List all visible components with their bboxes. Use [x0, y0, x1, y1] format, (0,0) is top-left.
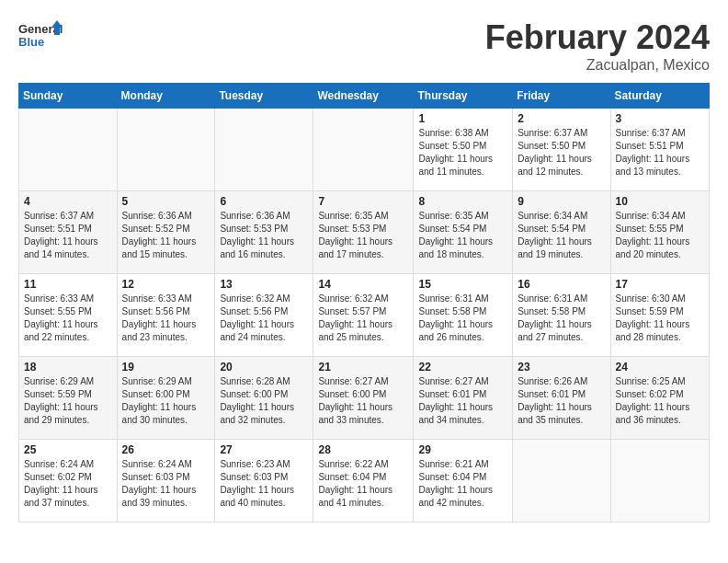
weekday-header-tuesday: Tuesday [215, 84, 313, 109]
table-cell: 19Sunrise: 6:29 AMSunset: 6:00 PMDayligh… [117, 357, 215, 440]
daylight-hours: Daylight: 11 hours and 37 minutes. [24, 485, 98, 508]
calendar-title: February 2024 [485, 18, 710, 57]
week-row-2: 4Sunrise: 6:37 AMSunset: 5:51 PMDaylight… [19, 191, 710, 274]
day-number: 13 [220, 278, 308, 291]
table-cell: 28Sunrise: 6:22 AMSunset: 6:04 PMDayligh… [313, 440, 414, 523]
daylight-hours: Daylight: 11 hours and 40 minutes. [220, 485, 294, 508]
daylight-hours: Daylight: 11 hours and 25 minutes. [318, 319, 392, 342]
weekday-header-thursday: Thursday [414, 84, 513, 109]
day-number: 18 [24, 361, 112, 373]
daylight-hours: Daylight: 11 hours and 35 minutes. [518, 402, 592, 425]
daylight-hours: Daylight: 11 hours and 42 minutes. [418, 485, 493, 508]
week-row-4: 18Sunrise: 6:29 AMSunset: 5:59 PMDayligh… [19, 357, 710, 440]
day-info: Sunrise: 6:24 AMSunset: 6:03 PMDaylight:… [122, 458, 210, 510]
daylight-hours: Daylight: 11 hours and 19 minutes. [518, 236, 592, 259]
calendar-subtitle: Zacualpan, Mexico [485, 57, 710, 74]
day-number: 16 [518, 278, 605, 291]
day-number: 9 [518, 195, 605, 208]
day-number: 21 [318, 361, 408, 373]
table-cell: 9Sunrise: 6:34 AMSunset: 5:54 PMDaylight… [513, 191, 610, 274]
day-number: 8 [418, 195, 507, 208]
table-cell: 21Sunrise: 6:27 AMSunset: 6:00 PMDayligh… [313, 357, 414, 440]
day-info: Sunrise: 6:38 AMSunset: 5:50 PMDaylight:… [418, 127, 507, 178]
day-info: Sunrise: 6:26 AMSunset: 6:01 PMDaylight:… [518, 375, 605, 427]
day-info: Sunrise: 6:31 AMSunset: 5:58 PMDaylight:… [518, 293, 605, 344]
daylight-hours: Daylight: 11 hours and 32 minutes. [220, 402, 294, 425]
daylight-hours: Daylight: 11 hours and 34 minutes. [418, 402, 493, 425]
weekday-header-monday: Monday [117, 84, 215, 109]
day-number: 17 [616, 278, 704, 291]
day-number: 10 [616, 195, 704, 208]
day-info: Sunrise: 6:29 AMSunset: 5:59 PMDaylight:… [24, 375, 112, 427]
daylight-hours: Daylight: 11 hours and 36 minutes. [616, 402, 690, 425]
header: General Blue February 2024 Zacualpan, Me… [18, 18, 710, 74]
daylight-hours: Daylight: 11 hours and 24 minutes. [220, 319, 294, 342]
daylight-hours: Daylight: 11 hours and 16 minutes. [220, 236, 294, 259]
daylight-hours: Daylight: 11 hours and 41 minutes. [318, 485, 392, 508]
logo-svg: General Blue [18, 18, 64, 55]
table-cell: 8Sunrise: 6:35 AMSunset: 5:54 PMDaylight… [414, 191, 513, 274]
day-number: 23 [518, 361, 605, 373]
table-cell: 15Sunrise: 6:31 AMSunset: 5:58 PMDayligh… [414, 274, 513, 357]
table-cell: 6Sunrise: 6:36 AMSunset: 5:53 PMDaylight… [215, 191, 313, 274]
daylight-hours: Daylight: 11 hours and 30 minutes. [122, 402, 197, 425]
daylight-hours: Daylight: 11 hours and 39 minutes. [122, 485, 197, 508]
day-number: 26 [122, 443, 210, 456]
day-info: Sunrise: 6:25 AMSunset: 6:02 PMDaylight:… [616, 375, 704, 427]
day-info: Sunrise: 6:29 AMSunset: 6:00 PMDaylight:… [122, 375, 210, 427]
daylight-hours: Daylight: 11 hours and 13 minutes. [616, 154, 690, 177]
day-info: Sunrise: 6:24 AMSunset: 6:02 PMDaylight:… [24, 458, 112, 510]
weekday-header-friday: Friday [513, 84, 610, 109]
day-info: Sunrise: 6:36 AMSunset: 5:53 PMDaylight:… [220, 210, 308, 261]
daylight-hours: Daylight: 11 hours and 20 minutes. [616, 236, 690, 259]
table-cell: 3Sunrise: 6:37 AMSunset: 5:51 PMDaylight… [610, 109, 709, 191]
day-info: Sunrise: 6:37 AMSunset: 5:51 PMDaylight:… [24, 210, 112, 261]
day-number: 24 [616, 361, 704, 373]
day-number: 1 [418, 112, 507, 125]
table-cell: 26Sunrise: 6:24 AMSunset: 6:03 PMDayligh… [117, 440, 215, 523]
weekday-header-row: SundayMondayTuesdayWednesdayThursdayFrid… [19, 84, 710, 109]
table-cell [215, 109, 313, 191]
table-cell: 24Sunrise: 6:25 AMSunset: 6:02 PMDayligh… [610, 357, 709, 440]
day-number: 6 [220, 195, 308, 208]
table-cell: 17Sunrise: 6:30 AMSunset: 5:59 PMDayligh… [610, 274, 709, 357]
day-number: 4 [24, 195, 112, 208]
day-info: Sunrise: 6:23 AMSunset: 6:03 PMDaylight:… [220, 458, 308, 510]
day-info: Sunrise: 6:37 AMSunset: 5:50 PMDaylight:… [518, 127, 605, 178]
day-info: Sunrise: 6:34 AMSunset: 5:55 PMDaylight:… [616, 210, 704, 261]
day-number: 22 [418, 361, 507, 373]
table-cell: 27Sunrise: 6:23 AMSunset: 6:03 PMDayligh… [215, 440, 313, 523]
day-info: Sunrise: 6:31 AMSunset: 5:58 PMDaylight:… [418, 293, 507, 344]
table-cell: 14Sunrise: 6:32 AMSunset: 5:57 PMDayligh… [313, 274, 414, 357]
daylight-hours: Daylight: 11 hours and 14 minutes. [24, 236, 98, 259]
table-cell: 16Sunrise: 6:31 AMSunset: 5:58 PMDayligh… [513, 274, 610, 357]
day-number: 7 [318, 195, 408, 208]
table-cell: 4Sunrise: 6:37 AMSunset: 5:51 PMDaylight… [19, 191, 118, 274]
weekday-header-wednesday: Wednesday [313, 84, 414, 109]
daylight-hours: Daylight: 11 hours and 26 minutes. [418, 319, 493, 342]
table-cell: 23Sunrise: 6:26 AMSunset: 6:01 PMDayligh… [513, 357, 610, 440]
weekday-header-saturday: Saturday [610, 84, 709, 109]
calendar-table: SundayMondayTuesdayWednesdayThursdayFrid… [18, 83, 710, 523]
day-info: Sunrise: 6:22 AMSunset: 6:04 PMDaylight:… [318, 458, 408, 510]
table-cell: 10Sunrise: 6:34 AMSunset: 5:55 PMDayligh… [610, 191, 709, 274]
daylight-hours: Daylight: 11 hours and 28 minutes. [616, 319, 690, 342]
week-row-3: 11Sunrise: 6:33 AMSunset: 5:55 PMDayligh… [19, 274, 710, 357]
day-number: 19 [122, 361, 210, 373]
day-number: 3 [616, 112, 704, 125]
day-info: Sunrise: 6:32 AMSunset: 5:56 PMDaylight:… [220, 293, 308, 344]
table-cell: 20Sunrise: 6:28 AMSunset: 6:00 PMDayligh… [215, 357, 313, 440]
day-info: Sunrise: 6:33 AMSunset: 5:56 PMDaylight:… [122, 293, 210, 344]
weekday-header-sunday: Sunday [19, 84, 118, 109]
table-cell: 11Sunrise: 6:33 AMSunset: 5:55 PMDayligh… [19, 274, 118, 357]
table-cell: 1Sunrise: 6:38 AMSunset: 5:50 PMDaylight… [414, 109, 513, 191]
daylight-hours: Daylight: 11 hours and 23 minutes. [122, 319, 197, 342]
day-number: 11 [24, 278, 112, 291]
week-row-1: 1Sunrise: 6:38 AMSunset: 5:50 PMDaylight… [19, 109, 710, 191]
day-number: 15 [418, 278, 507, 291]
daylight-hours: Daylight: 11 hours and 18 minutes. [418, 236, 493, 259]
table-cell: 7Sunrise: 6:35 AMSunset: 5:53 PMDaylight… [313, 191, 414, 274]
day-info: Sunrise: 6:34 AMSunset: 5:54 PMDaylight:… [518, 210, 605, 261]
day-info: Sunrise: 6:35 AMSunset: 5:53 PMDaylight:… [318, 210, 408, 261]
table-cell: 13Sunrise: 6:32 AMSunset: 5:56 PMDayligh… [215, 274, 313, 357]
